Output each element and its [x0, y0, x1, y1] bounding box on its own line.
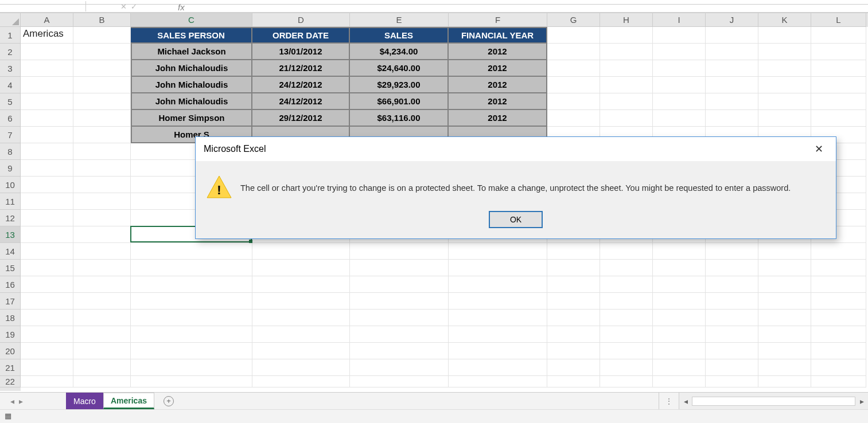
cell-G19[interactable] [547, 326, 600, 343]
cell-H19[interactable] [600, 326, 653, 343]
cell-E14[interactable] [350, 243, 449, 260]
cell-H18[interactable] [600, 310, 653, 326]
column-headers[interactable]: ABCDEFGHIJKL [21, 13, 868, 27]
name-box[interactable] [0, 1, 86, 11]
cell-B6[interactable] [73, 110, 131, 127]
table-cell-orderdate[interactable]: 21/12/2012 [252, 60, 350, 77]
cell-C21[interactable] [131, 359, 252, 376]
cell-F15[interactable] [449, 260, 547, 276]
column-header-B[interactable]: B [73, 13, 131, 27]
sheet-nav-prev-icon[interactable]: ◂ [10, 397, 14, 406]
table-cell-salesperson[interactable]: John Michaloudis [131, 93, 252, 110]
cell-H2[interactable] [600, 44, 653, 60]
cell-H20[interactable] [600, 343, 653, 359]
cell-E20[interactable] [350, 343, 449, 359]
cell-B18[interactable] [73, 310, 131, 326]
column-header-J[interactable]: J [706, 13, 758, 27]
add-sheet-button[interactable]: + [160, 393, 177, 409]
cell-A19[interactable] [21, 326, 73, 343]
cell-A17[interactable] [21, 293, 73, 310]
table-cell-year[interactable]: 2012 [449, 110, 547, 127]
cell-J1[interactable] [706, 27, 758, 44]
cell-C22[interactable] [131, 376, 252, 387]
row-header-19[interactable]: 19 [0, 326, 21, 343]
cell-K22[interactable] [758, 376, 811, 387]
cell-L1[interactable] [811, 27, 866, 44]
cell-A9[interactable] [21, 160, 73, 177]
cell-K20[interactable] [758, 343, 811, 359]
cell-K18[interactable] [758, 310, 811, 326]
cell-B13[interactable] [73, 226, 131, 243]
row-headers[interactable]: 12345678910111213141516171819202122 [0, 27, 21, 391]
cell-H1[interactable] [600, 27, 653, 44]
cell-K15[interactable] [758, 260, 811, 276]
cell-H21[interactable] [600, 359, 653, 376]
cell-A15[interactable] [21, 260, 73, 276]
table-cell-year[interactable]: 2012 [449, 60, 547, 77]
cell-G1[interactable] [547, 27, 600, 44]
close-icon[interactable]: ✕ [810, 140, 828, 158]
cell-C14[interactable] [131, 243, 252, 260]
cell-B9[interactable] [73, 160, 131, 177]
row-header-18[interactable]: 18 [0, 310, 21, 326]
row-header-15[interactable]: 15 [0, 260, 21, 276]
cell-L14[interactable] [811, 243, 866, 260]
cell-I5[interactable] [653, 93, 706, 110]
sheet-tab-macro[interactable]: Macro [66, 393, 103, 409]
row-header-11[interactable]: 11 [0, 193, 21, 210]
cell-F14[interactable] [449, 243, 547, 260]
scroll-left-icon[interactable]: ◂ [679, 397, 692, 406]
cell-K2[interactable] [758, 44, 811, 60]
cell-L19[interactable] [811, 326, 866, 343]
cell-J19[interactable] [706, 326, 758, 343]
column-header-A[interactable]: A [21, 13, 73, 27]
cell-I4[interactable] [653, 77, 706, 93]
table-header[interactable]: ORDER DATE [252, 27, 350, 44]
row-header-8[interactable]: 8 [0, 143, 21, 160]
cell-I22[interactable] [653, 376, 706, 387]
table-header[interactable]: SALES PERSON [131, 27, 252, 44]
cell-B19[interactable] [73, 326, 131, 343]
cell-B1[interactable] [73, 27, 131, 44]
cell-J16[interactable] [706, 276, 758, 293]
cell-K14[interactable] [758, 243, 811, 260]
cell-B12[interactable] [73, 210, 131, 226]
cell-L21[interactable] [811, 359, 866, 376]
table-cell-year[interactable]: 2012 [449, 77, 547, 93]
cell-B22[interactable] [73, 376, 131, 387]
cell-J2[interactable] [706, 44, 758, 60]
table-cell-sales[interactable]: $66,901.00 [350, 93, 449, 110]
cell-G14[interactable] [547, 243, 600, 260]
cell-I6[interactable] [653, 110, 706, 127]
cell-A6[interactable] [21, 110, 73, 127]
cell-E18[interactable] [350, 310, 449, 326]
cell-J22[interactable] [706, 376, 758, 387]
cell-A13[interactable] [21, 226, 73, 243]
cell-L3[interactable] [811, 60, 866, 77]
table-cell-sales[interactable]: $24,640.00 [350, 60, 449, 77]
cell-K19[interactable] [758, 326, 811, 343]
row-header-4[interactable]: 4 [0, 77, 21, 93]
cell-K21[interactable] [758, 359, 811, 376]
cell-A5[interactable] [21, 93, 73, 110]
table-cell-year[interactable]: 2012 [449, 44, 547, 60]
tab-bar-options-icon[interactable]: ⋮ [659, 393, 679, 409]
cell-D17[interactable] [252, 293, 350, 310]
cell-E17[interactable] [350, 293, 449, 310]
table-cell-year[interactable]: 2012 [449, 93, 547, 110]
cell-B16[interactable] [73, 276, 131, 293]
cell-K6[interactable] [758, 110, 811, 127]
cell-A20[interactable] [21, 343, 73, 359]
cell-H22[interactable] [600, 376, 653, 387]
sheet-tab-americas[interactable]: Americas [103, 393, 154, 409]
cell-I19[interactable] [653, 326, 706, 343]
column-header-L[interactable]: L [811, 13, 866, 27]
cell-B8[interactable] [73, 143, 131, 160]
cell-G21[interactable] [547, 359, 600, 376]
column-header-E[interactable]: E [350, 13, 449, 27]
cell-K17[interactable] [758, 293, 811, 310]
cell-A2[interactable] [21, 44, 73, 60]
table-cell-salesperson[interactable]: John Michaloudis [131, 60, 252, 77]
row-header-17[interactable]: 17 [0, 293, 21, 310]
column-header-G[interactable]: G [547, 13, 600, 27]
